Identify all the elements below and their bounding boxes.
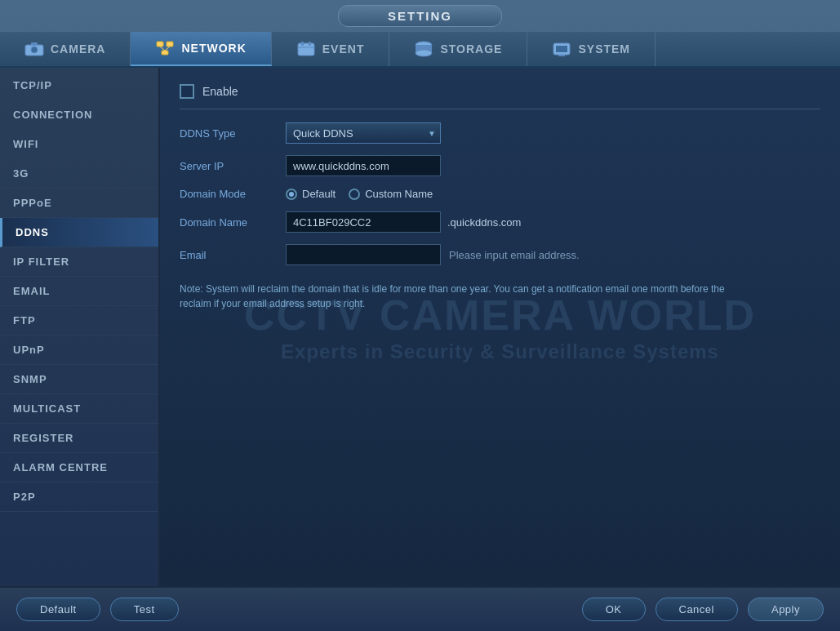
domain-mode-radio-group: Default Custom Name [286, 188, 433, 200]
ddns-type-label: DDNS Type [180, 127, 286, 140]
content-area: CCTV CAMERA WORLD Experts in Security & … [160, 68, 840, 586]
server-ip-label: Server IP [180, 160, 286, 172]
sidebar-item-p2p[interactable]: P2P [0, 482, 158, 512]
event-icon [296, 41, 316, 57]
sidebar-item-ftp[interactable]: FTP [0, 306, 158, 335]
ddns-type-select[interactable]: Quick DDNS NO-IP DDNS CN99 DDNS Dyndns D… [286, 122, 441, 144]
email-row: Email Please input email address. [180, 244, 820, 265]
sidebar-item-3g[interactable]: 3G [0, 159, 158, 189]
radio-default-label: Default [302, 188, 336, 200]
server-ip-row: Server IP [180, 155, 820, 176]
title-bar: SETTING [0, 0, 840, 32]
sidebar-item-ddns[interactable]: DDNS [0, 218, 158, 247]
svg-line-6 [165, 47, 170, 51]
domain-mode-label: Domain Mode [180, 188, 286, 200]
domain-name-input[interactable] [286, 211, 441, 233]
sidebar-item-register[interactable]: REGISTER [0, 424, 158, 453]
domain-suffix: .quickddns.com [447, 216, 521, 229]
svg-rect-4 [162, 51, 168, 55]
email-placeholder-text: Please input email address. [449, 249, 580, 261]
domain-mode-row: Domain Mode Default Custom Name [180, 188, 820, 200]
tab-camera-label: CAMERA [51, 42, 105, 56]
tab-system-label: SYSTEM [578, 42, 630, 56]
camera-icon [24, 41, 44, 57]
sidebar-item-tcpip[interactable]: TCP/IP [0, 71, 158, 100]
sidebar-item-upnp[interactable]: UPnP [0, 335, 158, 365]
app-title: SETTING [338, 5, 502, 27]
main-tabs: CAMERA NETWORK EVENT [0, 32, 840, 68]
tab-system[interactable]: SYSTEM [527, 32, 656, 66]
sidebar-item-wifi[interactable]: WIFI [0, 130, 158, 159]
svg-point-14 [416, 50, 432, 56]
body-layout: TCP/IP CONNECTION WIFI 3G PPPoE DDNS IP … [0, 68, 840, 586]
radio-default[interactable]: Default [286, 188, 336, 200]
svg-rect-17 [556, 46, 567, 52]
storage-icon [414, 41, 433, 57]
cancel-button[interactable]: Cancel [656, 598, 738, 621]
ok-button[interactable]: OK [582, 598, 646, 621]
ddns-type-row: DDNS Type Quick DDNS NO-IP DDNS CN99 DDN… [180, 122, 820, 144]
svg-rect-2 [31, 42, 38, 46]
sidebar: TCP/IP CONNECTION WIFI 3G PPPoE DDNS IP … [0, 68, 160, 586]
email-label: Email [180, 249, 286, 261]
radio-custom-circle [349, 189, 360, 200]
svg-rect-8 [298, 43, 314, 56]
domain-name-label: Domain Name [180, 216, 286, 229]
default-button[interactable]: Default [16, 598, 100, 621]
enable-checkbox[interactable] [180, 84, 194, 99]
tab-network-label: NETWORK [181, 42, 246, 55]
svg-rect-9 [301, 42, 304, 46]
sidebar-item-alarmcentre[interactable]: ALARM CENTRE [0, 453, 158, 482]
apply-button[interactable]: Apply [748, 598, 824, 621]
svg-point-1 [31, 47, 38, 53]
tab-event-label: EVENT [322, 42, 365, 56]
sidebar-item-snmp[interactable]: SNMP [0, 365, 158, 394]
radio-custom[interactable]: Custom Name [349, 188, 433, 200]
enable-label: Enable [202, 85, 238, 98]
form-area: Enable DDNS Type Quick DDNS NO-IP DDNS C… [180, 84, 820, 570]
bottom-right-buttons: OK Cancel Apply [582, 598, 824, 621]
ddns-type-select-wrapper: Quick DDNS NO-IP DDNS CN99 DDNS Dyndns D… [286, 122, 441, 144]
enable-row: Enable [180, 84, 820, 109]
domain-name-row: Domain Name .quickddns.com [180, 211, 820, 233]
email-input[interactable] [286, 244, 441, 265]
sidebar-item-multicast[interactable]: MULTICAST [0, 394, 158, 424]
sidebar-item-connection[interactable]: CONNECTION [0, 100, 158, 130]
network-icon [155, 40, 175, 56]
radio-custom-label: Custom Name [365, 188, 433, 200]
svg-line-5 [160, 47, 165, 51]
sidebar-item-email[interactable]: EMAIL [0, 277, 158, 306]
radio-default-circle [286, 189, 297, 200]
svg-rect-16 [558, 55, 565, 56]
svg-rect-10 [309, 42, 311, 46]
system-icon [552, 41, 571, 57]
sidebar-item-ipfilter[interactable]: IP FILTER [0, 247, 158, 277]
svg-rect-7 [167, 42, 173, 47]
sidebar-item-pppoe[interactable]: PPPoE [0, 189, 158, 218]
bottom-bar: Default Test OK Cancel Apply [0, 586, 840, 631]
test-button[interactable]: Test [110, 598, 179, 621]
note-text: Note: System will reclaim the domain tha… [180, 282, 751, 311]
tab-storage-label: STORAGE [440, 42, 502, 56]
server-ip-input[interactable] [286, 155, 441, 176]
svg-rect-3 [157, 42, 163, 47]
tab-camera[interactable]: CAMERA [0, 32, 131, 66]
tab-storage[interactable]: STORAGE [389, 32, 527, 66]
tab-event[interactable]: EVENT [272, 32, 390, 66]
bottom-left-buttons: Default Test [16, 598, 179, 621]
tab-network[interactable]: NETWORK [131, 32, 271, 66]
